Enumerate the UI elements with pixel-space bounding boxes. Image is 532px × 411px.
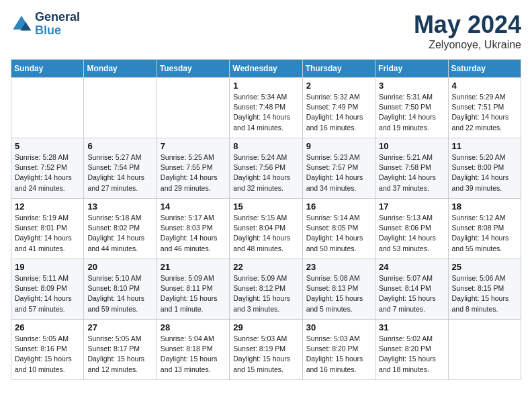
day-number: 25 xyxy=(452,262,517,272)
calendar-cell: 22Sunrise: 5:09 AM Sunset: 8:12 PM Dayli… xyxy=(230,259,302,320)
calendar-cell: 29Sunrise: 5:03 AM Sunset: 8:19 PM Dayli… xyxy=(230,320,302,380)
day-info: Sunrise: 5:03 AM Sunset: 8:19 PM Dayligh… xyxy=(233,334,298,375)
day-number: 18 xyxy=(452,201,517,212)
calendar-cell: 10Sunrise: 5:21 AM Sunset: 7:58 PM Dayli… xyxy=(375,138,448,199)
day-number: 9 xyxy=(306,141,371,151)
calendar-cell: 27Sunrise: 5:05 AM Sunset: 8:17 PM Dayli… xyxy=(84,320,157,380)
calendar-cell: 2Sunrise: 5:32 AM Sunset: 7:49 PM Daylig… xyxy=(302,78,375,138)
calendar-cell: 16Sunrise: 5:14 AM Sunset: 8:05 PM Dayli… xyxy=(302,199,375,259)
day-info: Sunrise: 5:07 AM Sunset: 8:14 PM Dayligh… xyxy=(379,273,444,314)
calendar-cell: 13Sunrise: 5:18 AM Sunset: 8:02 PM Dayli… xyxy=(84,199,157,259)
day-info: Sunrise: 5:19 AM Sunset: 8:01 PM Dayligh… xyxy=(15,213,80,254)
weekday-header: Tuesday xyxy=(157,60,229,78)
calendar-week-row: 5Sunrise: 5:28 AM Sunset: 7:52 PM Daylig… xyxy=(11,138,521,199)
day-info: Sunrise: 5:06 AM Sunset: 8:15 PM Dayligh… xyxy=(452,273,517,314)
day-number: 13 xyxy=(87,201,152,212)
calendar-cell: 21Sunrise: 5:09 AM Sunset: 8:11 PM Dayli… xyxy=(157,259,229,320)
day-info: Sunrise: 5:10 AM Sunset: 8:10 PM Dayligh… xyxy=(87,273,152,314)
calendar-cell: 3Sunrise: 5:31 AM Sunset: 7:50 PM Daylig… xyxy=(375,78,448,138)
day-number: 3 xyxy=(379,81,444,91)
calendar-cell: 1Sunrise: 5:34 AM Sunset: 7:48 PM Daylig… xyxy=(230,78,302,138)
day-info: Sunrise: 5:09 AM Sunset: 8:11 PM Dayligh… xyxy=(161,273,226,314)
day-number: 8 xyxy=(233,141,298,151)
day-number: 11 xyxy=(452,141,517,151)
day-info: Sunrise: 5:09 AM Sunset: 8:12 PM Dayligh… xyxy=(233,273,298,314)
weekday-header: Wednesday xyxy=(230,60,302,78)
day-info: Sunrise: 5:20 AM Sunset: 8:00 PM Dayligh… xyxy=(452,152,517,193)
day-info: Sunrise: 5:34 AM Sunset: 7:48 PM Dayligh… xyxy=(233,92,298,133)
day-info: Sunrise: 5:31 AM Sunset: 7:50 PM Dayligh… xyxy=(379,92,444,133)
logo-icon xyxy=(11,13,32,35)
calendar-cell: 23Sunrise: 5:08 AM Sunset: 8:13 PM Dayli… xyxy=(302,259,375,320)
day-number: 14 xyxy=(161,201,226,212)
day-info: Sunrise: 5:12 AM Sunset: 8:08 PM Dayligh… xyxy=(452,213,517,254)
day-number: 28 xyxy=(161,322,226,332)
calendar-cell: 18Sunrise: 5:12 AM Sunset: 8:08 PM Dayli… xyxy=(448,199,521,259)
day-number: 12 xyxy=(15,201,80,212)
day-number: 2 xyxy=(306,81,371,91)
day-info: Sunrise: 5:11 AM Sunset: 8:09 PM Dayligh… xyxy=(15,273,80,314)
logo: General Blue xyxy=(11,11,80,38)
weekday-header: Thursday xyxy=(302,60,375,78)
weekday-header: Saturday xyxy=(448,60,521,78)
calendar-cell: 4Sunrise: 5:29 AM Sunset: 7:51 PM Daylig… xyxy=(448,78,521,138)
calendar-cell: 17Sunrise: 5:13 AM Sunset: 8:06 PM Dayli… xyxy=(375,199,448,259)
day-number: 4 xyxy=(452,81,517,91)
day-number: 31 xyxy=(379,322,444,332)
calendar-week-row: 1Sunrise: 5:34 AM Sunset: 7:48 PM Daylig… xyxy=(11,78,521,138)
logo-line2: Blue xyxy=(35,24,80,38)
calendar-cell xyxy=(11,78,84,138)
day-number: 30 xyxy=(306,322,371,332)
calendar-cell: 31Sunrise: 5:02 AM Sunset: 8:20 PM Dayli… xyxy=(375,320,448,380)
day-number: 6 xyxy=(87,141,152,151)
day-number: 19 xyxy=(15,262,80,272)
calendar-cell: 5Sunrise: 5:28 AM Sunset: 7:52 PM Daylig… xyxy=(11,138,84,199)
day-number: 23 xyxy=(306,262,371,272)
weekday-header: Friday xyxy=(375,60,448,78)
day-info: Sunrise: 5:13 AM Sunset: 8:06 PM Dayligh… xyxy=(379,213,444,254)
calendar-cell: 8Sunrise: 5:24 AM Sunset: 7:56 PM Daylig… xyxy=(230,138,302,199)
day-number: 5 xyxy=(15,141,80,151)
calendar-week-row: 26Sunrise: 5:05 AM Sunset: 8:16 PM Dayli… xyxy=(11,320,521,380)
calendar-cell: 30Sunrise: 5:03 AM Sunset: 8:20 PM Dayli… xyxy=(302,320,375,380)
day-number: 21 xyxy=(161,262,226,272)
day-number: 17 xyxy=(379,201,444,212)
day-info: Sunrise: 5:27 AM Sunset: 7:54 PM Dayligh… xyxy=(87,152,152,193)
day-info: Sunrise: 5:04 AM Sunset: 8:18 PM Dayligh… xyxy=(161,334,226,375)
calendar-week-row: 19Sunrise: 5:11 AM Sunset: 8:09 PM Dayli… xyxy=(11,259,521,320)
title-block: May 2024 Zelyonoye, Ukraine xyxy=(414,11,521,51)
day-number: 16 xyxy=(306,201,371,212)
weekday-header: Sunday xyxy=(11,60,84,78)
day-info: Sunrise: 5:28 AM Sunset: 7:52 PM Dayligh… xyxy=(15,152,80,193)
calendar-header: SundayMondayTuesdayWednesdayThursdayFrid… xyxy=(11,60,521,78)
day-info: Sunrise: 5:29 AM Sunset: 7:51 PM Dayligh… xyxy=(452,92,517,133)
day-info: Sunrise: 5:03 AM Sunset: 8:20 PM Dayligh… xyxy=(306,334,371,375)
day-number: 22 xyxy=(233,262,298,272)
calendar-cell xyxy=(157,78,229,138)
calendar-cell: 25Sunrise: 5:06 AM Sunset: 8:15 PM Dayli… xyxy=(448,259,521,320)
day-info: Sunrise: 5:23 AM Sunset: 7:57 PM Dayligh… xyxy=(306,152,371,193)
day-info: Sunrise: 5:05 AM Sunset: 8:16 PM Dayligh… xyxy=(15,334,80,375)
day-info: Sunrise: 5:17 AM Sunset: 8:03 PM Dayligh… xyxy=(161,213,226,254)
day-info: Sunrise: 5:14 AM Sunset: 8:05 PM Dayligh… xyxy=(306,213,371,254)
calendar-cell: 20Sunrise: 5:10 AM Sunset: 8:10 PM Dayli… xyxy=(84,259,157,320)
calendar-cell: 24Sunrise: 5:07 AM Sunset: 8:14 PM Dayli… xyxy=(375,259,448,320)
calendar-cell: 26Sunrise: 5:05 AM Sunset: 8:16 PM Dayli… xyxy=(11,320,84,380)
day-info: Sunrise: 5:32 AM Sunset: 7:49 PM Dayligh… xyxy=(306,92,371,133)
day-number: 29 xyxy=(233,322,298,332)
logo-line1: General xyxy=(35,11,80,24)
day-info: Sunrise: 5:24 AM Sunset: 7:56 PM Dayligh… xyxy=(233,152,298,193)
day-info: Sunrise: 5:18 AM Sunset: 8:02 PM Dayligh… xyxy=(87,213,152,254)
location-subtitle: Zelyonoye, Ukraine xyxy=(414,39,521,51)
weekday-header: Monday xyxy=(84,60,157,78)
calendar-table: SundayMondayTuesdayWednesdayThursdayFrid… xyxy=(11,59,521,380)
day-number: 15 xyxy=(233,201,298,212)
day-info: Sunrise: 5:25 AM Sunset: 7:55 PM Dayligh… xyxy=(161,152,226,193)
month-title: May 2024 xyxy=(414,11,521,39)
day-info: Sunrise: 5:21 AM Sunset: 7:58 PM Dayligh… xyxy=(379,152,444,193)
calendar-cell: 11Sunrise: 5:20 AM Sunset: 8:00 PM Dayli… xyxy=(448,138,521,199)
calendar-cell: 7Sunrise: 5:25 AM Sunset: 7:55 PM Daylig… xyxy=(157,138,229,199)
day-number: 24 xyxy=(379,262,444,272)
day-number: 26 xyxy=(15,322,80,332)
calendar-cell: 15Sunrise: 5:15 AM Sunset: 8:04 PM Dayli… xyxy=(230,199,302,259)
